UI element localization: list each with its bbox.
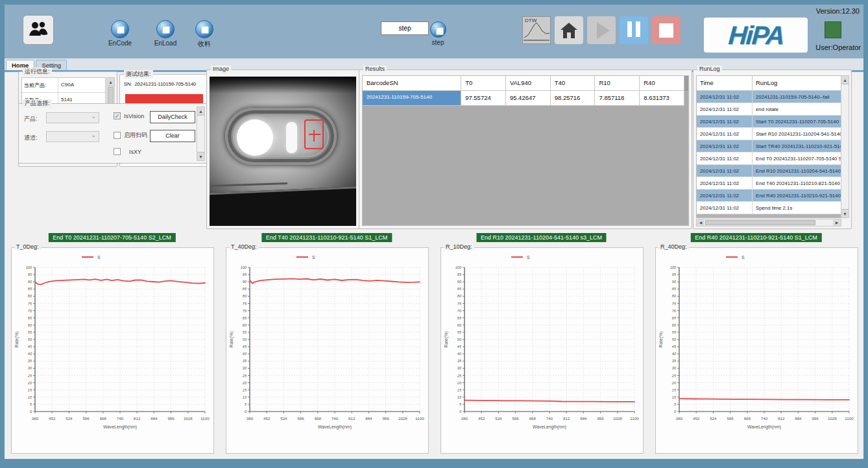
runlog-time: 2024/12/31 11:02 [697, 140, 753, 152]
svg-text:452: 452 [478, 416, 485, 421]
chart-block-R40Deg: End R40 20241231-110210-921-5140 S1_LCMR… [649, 229, 863, 459]
runlog-time: 2024/12/31 11:02 [697, 116, 753, 127]
product-scrollbar[interactable]: ▲ ▼ [197, 106, 205, 161]
svg-text:884: 884 [151, 416, 158, 421]
runlog-text: Start TR40 20241231-110210-921-5140 [753, 140, 841, 152]
clear-button[interactable]: Clear [150, 130, 195, 142]
svg-text:25: 25 [671, 374, 677, 378]
results-col-T0[interactable]: T0 [461, 76, 506, 91]
scroll-thumb[interactable] [108, 87, 114, 105]
scroll-thumb[interactable] [705, 220, 815, 225]
svg-text:5: 5 [245, 402, 247, 406]
svg-text:596: 596 [512, 416, 519, 421]
home-button[interactable] [555, 16, 583, 44]
svg-text:10: 10 [672, 395, 677, 399]
svg-text:85: 85 [243, 287, 247, 291]
svg-text:812: 812 [778, 416, 785, 421]
svg-text:55: 55 [243, 330, 247, 334]
chart-block-T0Deg: End T0 20241231-110207-705-5140 S2_LCMT_… [5, 229, 219, 459]
svg-text:WaveLength(nm): WaveLength(nm) [318, 425, 352, 430]
svg-text:30: 30 [672, 366, 677, 370]
chart-banner: End R10 20241231-110204-541-5140 s3_LCM [476, 233, 607, 242]
results-cell[interactable]: 20241231-110159-705-5140 [363, 91, 461, 106]
results-cell[interactable]: 98.25716 [551, 91, 596, 106]
runlog-col-runlog[interactable]: RunLog [753, 76, 841, 90]
checkbox-isvision[interactable]: ✓ IsVision [114, 112, 144, 119]
pause-button[interactable] [620, 16, 648, 44]
svg-text:35: 35 [672, 359, 677, 363]
results-cell[interactable]: 95.42647 [506, 91, 551, 106]
scroll-down-icon[interactable]: ▼ [197, 152, 204, 160]
runlog-row[interactable]: 2024/12/31 11:02Start TR40 20241231-1102… [697, 140, 841, 153]
step-button[interactable]: step [421, 21, 455, 46]
product-combo[interactable] [46, 112, 99, 123]
checkbox-scan[interactable]: 启用扫码 [114, 131, 147, 140]
enload-button[interactable]: EnLoad [146, 20, 185, 47]
svg-text:75: 75 [672, 302, 677, 306]
dtw-chart-button[interactable]: DTW [522, 16, 551, 44]
camera-shadow-bottom [210, 186, 356, 226]
runlog-col-time[interactable]: Time [697, 76, 753, 90]
results-col-R40[interactable]: R40 [640, 76, 684, 91]
results-row[interactable]: 20241231-110159-705-514097.5572495.42647… [363, 91, 688, 106]
unload-button[interactable]: 收料 [185, 20, 224, 49]
scroll-left-icon[interactable]: ◀ [697, 219, 705, 226]
table-row[interactable]: 当前产品:C90A [22, 78, 105, 93]
camera-streak [210, 182, 287, 187]
runlog-hscrollbar[interactable]: ◀ ▶ [696, 219, 841, 227]
svg-text:380: 380 [247, 416, 254, 421]
runlog-row[interactable]: 2024/12/31 11:02End R10 20241231-110204-… [697, 165, 841, 177]
svg-text:1100: 1100 [630, 416, 639, 421]
isvision-check-icon: ✓ [114, 112, 121, 119]
svg-text:452: 452 [263, 416, 271, 421]
scroll-right-icon[interactable]: ▶ [833, 219, 841, 226]
runlog-text: End R10 20241231-110204-541-5140 s3 [753, 165, 841, 177]
svg-text:524: 524 [495, 416, 502, 421]
encode-button[interactable]: EnCode [101, 20, 139, 47]
runlog-row[interactable]: 2024/12/31 11:0220241231-110159-705-5140… [697, 91, 841, 103]
svg-text:30: 30 [243, 366, 247, 370]
runlog-row[interactable]: 2024/12/31 11:02Start T0 20241231-110207… [697, 116, 841, 128]
scroll-up-icon[interactable]: ▲ [197, 107, 204, 116]
svg-text:35: 35 [28, 359, 32, 363]
user-button[interactable] [23, 15, 54, 45]
svg-text:70: 70 [243, 309, 247, 313]
stop-icon [659, 23, 673, 38]
runlog-row[interactable]: 2024/12/31 11:02Start R10 20241231-11020… [697, 128, 841, 140]
results-col-R10[interactable]: R10 [595, 76, 640, 91]
play-button[interactable] [587, 16, 616, 44]
runlog-row[interactable]: 2024/12/31 11:02End R40 20241231-110210-… [697, 190, 841, 202]
results-cell[interactable]: 97.55724 [461, 91, 506, 106]
runlog-time: 2024/12/31 11:02 [697, 202, 753, 214]
svg-text:40: 40 [28, 352, 32, 356]
runlog-row[interactable]: 2024/12/31 11:02Spend time 2.1s [697, 202, 841, 214]
dailycheck-button[interactable]: DailyCheck [150, 111, 195, 123]
runlog-row[interactable]: 2024/12/31 11:02End T40 20241231-110210-… [697, 177, 841, 190]
results-cell[interactable]: 8.631373 [640, 91, 684, 106]
runlog-text: Start R10 20241231-110204-541-5140 - [753, 128, 841, 140]
runlog-row[interactable]: 2024/12/31 11:02End T0 20241231-110207-7… [697, 153, 841, 165]
svg-text:50: 50 [28, 338, 32, 341]
results-title: Results [363, 66, 387, 72]
runlog-vscrollbar[interactable]: ▲ ▼ [841, 75, 849, 218]
scroll-down-icon[interactable]: ▼ [841, 209, 849, 217]
runlog-row[interactable]: 2024/12/31 11:02end rotate [697, 103, 841, 116]
svg-text:668: 668 [315, 416, 322, 421]
results-col-T40[interactable]: T40 [551, 76, 596, 91]
stop-button[interactable] [652, 16, 681, 44]
results-col-BarcodeSN[interactable]: BarcodeSN [363, 76, 461, 91]
run-info-title: 运行信息: [23, 68, 52, 76]
results-col-VAL940[interactable]: VAL940 [506, 76, 551, 91]
chart-banner: End T0 20241231-110207-705-5140 S2_LCM [48, 233, 175, 242]
dtw-label: DTW [525, 18, 536, 23]
scroll-up-icon[interactable]: ▲ [107, 78, 114, 86]
svg-text:0: 0 [245, 410, 247, 413]
svg-text:20: 20 [671, 381, 677, 385]
roi-crosshair-overlay [304, 119, 324, 149]
checkbox-isxy[interactable]: IsXY [114, 148, 141, 155]
results-cell[interactable]: 7.857118 [595, 91, 640, 106]
scroll-up-icon[interactable]: ▲ [841, 76, 849, 84]
channel-combo[interactable] [46, 131, 99, 142]
svg-text:100: 100 [455, 265, 462, 269]
svg-text:S: S [527, 255, 530, 260]
